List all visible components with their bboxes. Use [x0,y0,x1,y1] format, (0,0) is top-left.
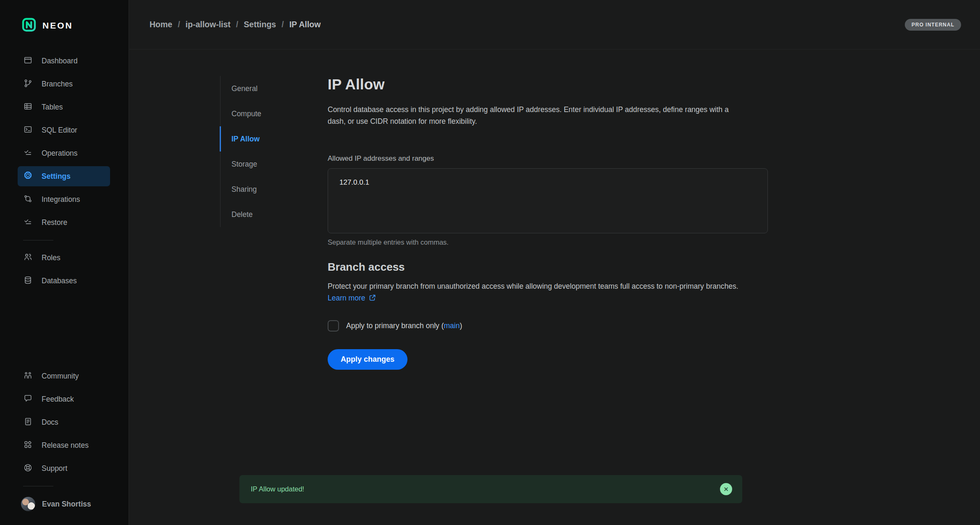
checkbox-label-prefix: Apply to primary branch only ( [346,321,444,330]
ip-field-helper: Separate multiple entries with commas. [328,238,768,246]
sidebar-item-label: Integrations [42,195,80,204]
learn-more-label: Learn more [328,294,365,302]
sidebar-item-tables[interactable]: Tables [0,96,129,119]
sidebar: NEON Dashboard Branches Tables SQL Edito… [0,0,129,525]
breadcrumb-home[interactable]: Home [150,20,172,29]
gear-icon [23,170,33,182]
sidebar-item-support[interactable]: Support [0,457,129,480]
brand-logo[interactable]: NEON [22,18,129,34]
branches-icon [23,78,33,90]
operations-icon [23,148,33,159]
user-menu[interactable]: Evan Shortiss [0,492,129,516]
sidebar-item-label: Docs [42,418,58,427]
settings-tab-general[interactable]: General [220,76,297,101]
page-title: IP Allow [328,76,768,93]
sidebar-item-roles[interactable]: Roles [0,246,129,269]
sidebar-item-label: Databases [42,277,77,285]
sidebar-item-community[interactable]: Community [0,365,129,388]
integrations-icon [23,194,33,206]
primary-branch-checkbox-label: Apply to primary branch only (main) [346,321,462,330]
breadcrumb-ip-allow: IP Allow [289,20,321,29]
sidebar-item-label: Community [42,372,79,381]
dashboard-icon [23,55,33,67]
sidebar-item-sql-editor[interactable]: SQL Editor [0,119,129,142]
settings-tab-sharing[interactable]: Sharing [220,177,297,202]
sidebar-item-settings[interactable]: Settings [18,166,110,186]
main-branch-link[interactable]: main [444,321,460,330]
sidebar-item-databases[interactable]: Databases [0,269,129,293]
sidebar-item-docs[interactable]: Docs [0,411,129,434]
toast-notification: IP Allow updated! ✕ [239,475,742,503]
settings-tab-compute[interactable]: Compute [220,101,297,126]
sidebar-item-branches[interactable]: Branches [0,73,129,96]
sidebar-item-label: Settings [42,172,71,181]
checkbox-label-suffix: ) [460,321,462,330]
sidebar-item-restore[interactable]: Restore [0,211,129,234]
tables-icon [23,102,33,113]
release-notes-icon [23,440,33,452]
page-description: Control database access in this project … [328,104,748,128]
sidebar-item-operations[interactable]: Operations [0,142,129,165]
primary-branch-checkbox-row: Apply to primary branch only (main) [328,320,768,332]
sidebar-divider [23,486,53,486]
sidebar-item-label: SQL Editor [42,126,77,135]
settings-tab-delete[interactable]: Delete [220,202,297,227]
sidebar-nav: Dashboard Branches Tables SQL Editor Ope… [0,50,129,293]
breadcrumb-settings[interactable]: Settings [244,20,276,29]
sidebar-bottom-nav: Community Feedback Docs Release notes Su… [0,365,129,525]
ip-field-label: Allowed IP addresses and ranges [328,154,768,163]
branch-access-description-text: Protect your primary branch from unautho… [328,282,738,290]
avatar [21,497,35,511]
sidebar-item-label: Roles [42,253,60,262]
plan-badge: PRO INTERNAL [905,19,961,31]
sidebar-item-dashboard[interactable]: Dashboard [0,50,129,73]
sql-editor-icon [23,125,33,136]
restore-icon [23,217,33,229]
primary-branch-checkbox[interactable] [328,320,339,332]
branch-access-title: Branch access [328,261,768,274]
branch-access-description: Protect your primary branch from unautho… [328,280,754,306]
content-area: General Compute IP Allow Storage Sharing… [129,50,980,525]
sidebar-item-label: Tables [42,103,63,112]
breadcrumb-separator: / [281,20,284,29]
settings-tab-ip-allow[interactable]: IP Allow [220,126,297,151]
ip-addresses-input[interactable]: 127.0.0.1 [328,168,768,233]
sidebar-item-label: Feedback [42,395,74,404]
settings-tab-storage[interactable]: Storage [220,151,297,177]
sidebar-divider [23,240,53,240]
sidebar-item-label: Dashboard [42,57,78,65]
community-icon [23,371,33,382]
close-icon[interactable]: ✕ [720,483,732,495]
external-link-icon [368,293,376,305]
learn-more-link[interactable]: Learn more [328,294,376,302]
sidebar-item-integrations[interactable]: Integrations [0,188,129,211]
breadcrumb-project[interactable]: ip-allow-list [186,20,231,29]
breadcrumb-separator: / [178,20,180,29]
settings-section-nav: General Compute IP Allow Storage Sharing… [220,76,297,227]
toast-message: IP Allow updated! [251,485,304,493]
roles-icon [23,252,33,264]
sidebar-item-label: Branches [42,80,73,89]
user-name: Evan Shortiss [42,500,91,509]
docs-icon [23,417,33,428]
sidebar-item-feedback[interactable]: Feedback [0,388,129,411]
feedback-icon [23,394,33,405]
support-icon [23,463,33,475]
sidebar-item-label: Release notes [42,441,89,450]
breadcrumb-separator: / [236,20,238,29]
sidebar-item-label: Operations [42,149,78,158]
ip-allow-panel: IP Allow Control database access in this… [328,76,768,525]
sidebar-item-label: Restore [42,218,67,227]
apply-changes-button[interactable]: Apply changes [328,349,407,370]
breadcrumb: Home / ip-allow-list / Settings / IP All… [150,20,321,29]
sidebar-item-label: Support [42,464,67,473]
sidebar-item-release-notes[interactable]: Release notes [0,434,129,457]
neon-logo-icon [22,18,36,34]
databases-icon [23,275,33,287]
brand-name: NEON [42,21,73,31]
top-header: Home / ip-allow-list / Settings / IP All… [129,0,980,50]
